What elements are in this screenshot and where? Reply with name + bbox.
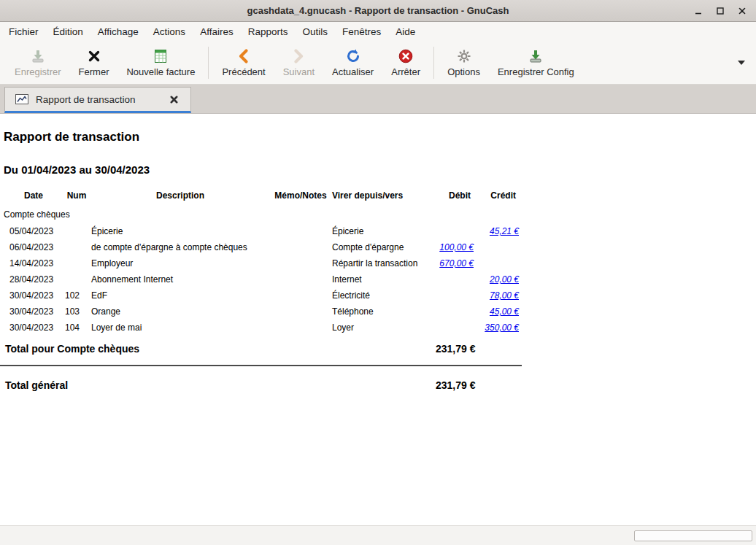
cell-num xyxy=(63,271,90,287)
cell-debit: 100,00 € xyxy=(434,239,478,255)
credit-amount-link[interactable]: 20,00 € xyxy=(490,274,519,285)
invoice-icon xyxy=(153,48,169,64)
chart-icon xyxy=(15,94,28,104)
cell-memo xyxy=(271,320,331,336)
close-tab-button[interactable]: Fermer xyxy=(70,45,118,80)
save-config-button[interactable]: Enregistrer Config xyxy=(489,45,583,80)
cell-credit: 350,00 € xyxy=(478,320,523,336)
cell-date: 06/04/2023 xyxy=(4,239,63,255)
report-date-range: Du 01/04/2023 au 30/04/2023 xyxy=(4,163,756,176)
section-total-row: Total pour Compte chèques 231,79 € xyxy=(4,336,523,360)
menu-fichier[interactable]: Fichier xyxy=(1,23,46,40)
tab-close-button[interactable] xyxy=(167,93,180,106)
cell-num: 102 xyxy=(63,287,90,304)
cell-description: Loyer de mai xyxy=(90,320,271,336)
report-title: Rapport de transaction xyxy=(4,130,756,144)
credit-amount-link[interactable]: 78,00 € xyxy=(490,290,519,301)
window-title: gcashdata_4.gnucash - Rapport de transac… xyxy=(0,5,756,16)
section-total-amount: 231,79 € xyxy=(434,336,478,360)
minimize-button[interactable] xyxy=(689,3,708,19)
table-row: 30/04/2023 102 EdF Électricité 78,00 € xyxy=(4,287,523,304)
stop-button[interactable]: Arrêter xyxy=(382,45,429,80)
section-total-label: Total pour Compte chèques xyxy=(4,336,434,360)
cell-credit xyxy=(478,239,523,255)
new-invoice-button[interactable]: Nouvelle facture xyxy=(117,45,204,80)
toolbar-button-label: Précédent xyxy=(222,66,265,77)
table-header-row: Date Num Description Mémo/Notes Virer de… xyxy=(4,186,523,206)
toolbar: Enregistrer Fermer Nouvelle facture Préc… xyxy=(0,41,756,85)
credit-amount-link[interactable]: 350,00 € xyxy=(485,322,519,333)
gear-icon xyxy=(456,48,472,64)
cell-description: Orange xyxy=(90,304,271,320)
toolbar-button-label: Enregistrer xyxy=(15,66,61,77)
close-window-button[interactable] xyxy=(733,3,752,19)
cell-credit: 45,21 € xyxy=(478,223,523,239)
cell-memo xyxy=(271,271,331,287)
maximize-button[interactable] xyxy=(711,3,730,19)
cell-description: Employeur xyxy=(90,255,271,271)
cell-debit xyxy=(434,271,478,287)
maximize-icon xyxy=(716,7,725,15)
tab-rapport-de-transaction[interactable]: Rapport de transaction xyxy=(4,87,191,113)
column-header-date: Date xyxy=(4,186,63,206)
cell-num xyxy=(63,223,90,239)
options-button[interactable]: Options xyxy=(439,45,489,80)
forward-icon xyxy=(290,48,306,64)
cell-date: 28/04/2023 xyxy=(4,271,63,287)
cell-debit: 670,00 € xyxy=(434,255,478,271)
menu-edition[interactable]: Édition xyxy=(46,23,90,40)
account-section-label: Compte chèques xyxy=(4,206,523,223)
credit-amount-link[interactable]: 45,00 € xyxy=(490,306,519,317)
account-section-row: Compte chèques xyxy=(4,206,523,223)
cell-credit: 20,00 € xyxy=(478,271,523,287)
toolbar-button-label: Arrêter xyxy=(391,66,420,77)
column-header-description: Description xyxy=(90,186,271,206)
menu-affaires[interactable]: Affaires xyxy=(193,23,241,40)
refresh-icon xyxy=(345,48,361,64)
cell-transfer: Compte d'épargne xyxy=(331,239,434,255)
menu-fenetres[interactable]: Fenêtres xyxy=(335,23,388,40)
cell-credit: 78,00 € xyxy=(478,287,523,304)
menu-actions[interactable]: Actions xyxy=(146,23,193,40)
cell-date: 30/04/2023 xyxy=(4,304,63,320)
cell-date: 30/04/2023 xyxy=(4,287,63,304)
grand-total-row: Total général 231,79 € xyxy=(4,375,523,395)
cell-description: Abonnement Internet xyxy=(90,271,271,287)
menubar: Fichier Édition Affichage Actions Affair… xyxy=(0,22,756,41)
cell-memo xyxy=(271,287,331,304)
report-divider xyxy=(0,365,522,366)
table-row: 30/04/2023 104 Loyer de mai Loyer 350,00… xyxy=(4,320,523,336)
column-header-credit: Crédit xyxy=(478,186,523,206)
tab-label: Rapport de transaction xyxy=(36,94,160,105)
toolbar-separator xyxy=(208,47,209,79)
window-controls xyxy=(689,0,752,21)
toolbar-overflow-button[interactable] xyxy=(733,50,750,76)
column-header-transfer: Virer depuis/vers xyxy=(331,186,434,206)
menu-outils[interactable]: Outils xyxy=(295,23,335,40)
save-button: Enregistrer xyxy=(6,45,70,80)
credit-amount-link[interactable]: 45,21 € xyxy=(490,226,519,236)
cell-transfer: Répartir la transaction xyxy=(331,255,434,271)
report-view: Rapport de transaction Du 01/04/2023 au … xyxy=(0,114,756,525)
cell-transfer: Loyer xyxy=(331,320,434,336)
toolbar-button-label: Actualiser xyxy=(332,66,374,77)
toolbar-button-label: Options xyxy=(447,66,480,77)
titlebar[interactable]: gcashdata_4.gnucash - Rapport de transac… xyxy=(0,0,756,22)
debit-amount-link[interactable]: 100,00 € xyxy=(439,242,474,252)
cell-num xyxy=(63,239,90,255)
back-button[interactable]: Précédent xyxy=(213,45,274,80)
chevron-down-icon xyxy=(738,61,745,65)
menu-affichage[interactable]: Affichage xyxy=(90,23,146,40)
menu-aide[interactable]: Aide xyxy=(388,23,423,40)
column-header-debit: Débit xyxy=(434,186,478,206)
debit-amount-link[interactable]: 670,00 € xyxy=(439,258,474,268)
toolbar-button-label: Nouvelle facture xyxy=(126,66,195,77)
cell-num: 103 xyxy=(63,304,90,320)
menu-rapports[interactable]: Rapports xyxy=(241,23,296,40)
refresh-button[interactable]: Actualiser xyxy=(323,45,382,80)
grand-total-label: Total général xyxy=(4,375,434,395)
stop-icon xyxy=(398,48,414,64)
table-row: 30/04/2023 103 Orange Téléphone 45,00 € xyxy=(4,304,523,320)
column-header-memo: Mémo/Notes xyxy=(271,186,331,206)
tabbar: Rapport de transaction xyxy=(0,85,756,114)
